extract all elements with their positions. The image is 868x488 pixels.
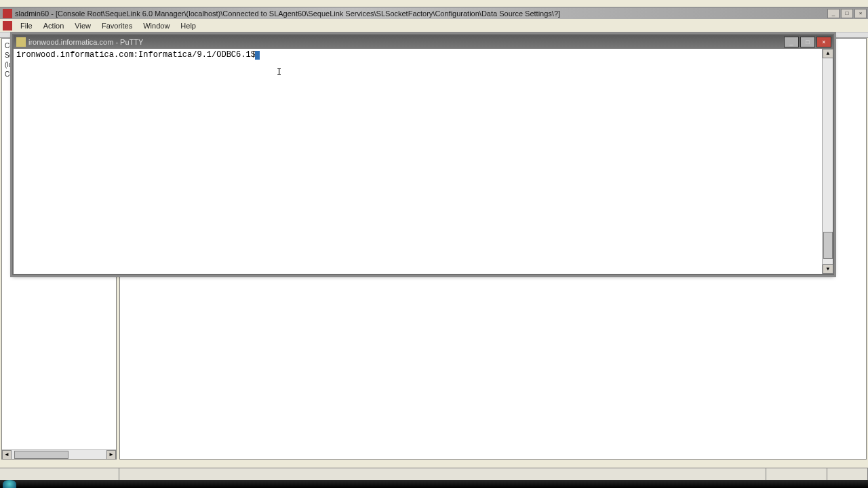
status-cell [119, 468, 766, 480]
outer-close-button[interactable]: × [854, 9, 867, 18]
terminal-title-text: ironwood.informatica.com - PuTTY [28, 38, 783, 46]
terminal-text[interactable]: ironwood.informatica.com:Informatica/9.1… [14, 49, 833, 61]
outer-maximize-button[interactable]: □ [841, 9, 853, 18]
menu-favorites[interactable]: Favorites [96, 20, 138, 31]
outer-title-text: sladmin60 - [Console Root\SequeLink 6.0 … [15, 9, 826, 18]
menu-window[interactable]: Window [138, 20, 175, 31]
menu-app-icon [3, 21, 12, 30]
text-caret-icon: I [277, 68, 281, 77]
terminal-prompt: ironwood.informatica.com:Informatica/9.1… [16, 50, 256, 60]
app-icon [3, 9, 12, 18]
terminal-session-icon [16, 37, 26, 47]
scroll-down-arrow-icon[interactable]: ▼ [823, 264, 833, 274]
terminal-area[interactable]: ironwood.informatica.com:Informatica/9.1… [14, 49, 833, 274]
scroll-left-arrow-icon[interactable]: ◄ [2, 450, 12, 460]
scroll-thumb[interactable] [14, 451, 68, 459]
status-cell [827, 468, 868, 480]
tree-horizontal-scrollbar[interactable]: ◄ ► [2, 449, 116, 459]
terminal-window[interactable]: ironwood.informatica.com - PuTTY _ □ × i… [12, 34, 834, 275]
start-button[interactable] [3, 480, 16, 488]
menu-help[interactable]: Help [175, 20, 201, 31]
terminal-maximize-button[interactable]: □ [800, 37, 815, 47]
terminal-cursor [255, 51, 260, 60]
outer-titlebar[interactable]: sladmin60 - [Console Root\SequeLink 6.0 … [0, 7, 868, 20]
terminal-titlebar[interactable]: ironwood.informatica.com - PuTTY _ □ × [14, 35, 833, 49]
menu-file[interactable]: File [15, 20, 38, 31]
menu-action[interactable]: Action [38, 20, 70, 31]
terminal-vertical-scrollbar[interactable]: ▲ ▼ [822, 49, 833, 274]
scroll-right-arrow-icon[interactable]: ► [106, 450, 116, 460]
terminal-close-button[interactable]: × [816, 37, 831, 47]
status-cell [0, 468, 119, 480]
scroll-up-arrow-icon[interactable]: ▲ [823, 49, 833, 58]
menu-bar: File Action View Favorites Window Help [0, 19, 868, 33]
menu-view[interactable]: View [69, 20, 96, 31]
status-bar [0, 468, 868, 480]
scroll-thumb[interactable] [823, 232, 833, 259]
taskbar[interactable] [0, 480, 868, 488]
terminal-minimize-button[interactable]: _ [784, 37, 799, 47]
outer-minimize-button[interactable]: _ [827, 9, 840, 18]
status-cell [766, 468, 827, 480]
